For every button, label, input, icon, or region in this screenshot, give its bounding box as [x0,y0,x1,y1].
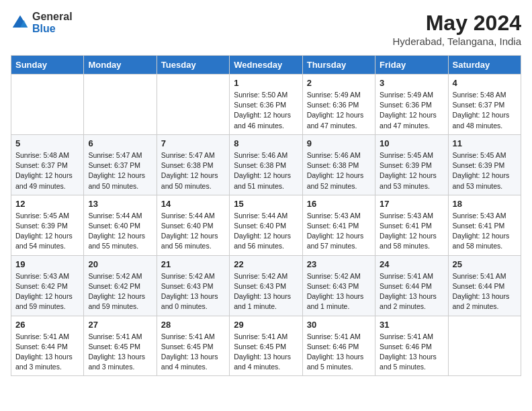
day-number: 14 [161,199,225,209]
day-info: Sunrise: 5:41 AM Sunset: 6:45 PM Dayligh… [88,332,152,373]
logo-icon [11,13,30,32]
day-number: 16 [307,199,371,209]
day-number: 29 [234,320,298,330]
day-info: Sunrise: 5:47 AM Sunset: 6:37 PM Dayligh… [88,150,152,191]
calendar-cell: 1Sunrise: 5:50 AM Sunset: 6:36 PM Daylig… [230,75,302,135]
day-number: 30 [307,320,371,330]
day-info: Sunrise: 5:49 AM Sunset: 6:36 PM Dayligh… [307,90,371,131]
day-number: 26 [15,320,79,330]
title-block: May 2024 Hyderabad, Telangana, India [392,11,521,47]
day-info: Sunrise: 5:42 AM Sunset: 6:42 PM Dayligh… [88,271,152,312]
weekday-header-tuesday: Tuesday [157,56,229,75]
day-number: 6 [88,138,152,148]
calendar-cell [84,75,157,135]
day-number: 24 [380,259,443,269]
day-number: 18 [453,199,517,209]
day-info: Sunrise: 5:45 AM Sunset: 6:39 PM Dayligh… [15,211,79,252]
day-number: 15 [234,199,298,209]
calendar-cell: 25Sunrise: 5:41 AM Sunset: 6:44 PM Dayli… [448,255,521,316]
day-number: 2 [307,78,371,88]
weekday-header-wednesday: Wednesday [230,56,302,75]
day-info: Sunrise: 5:45 AM Sunset: 6:39 PM Dayligh… [453,150,517,191]
weekday-header-saturday: Saturday [448,56,521,75]
title-month: May 2024 [392,11,521,36]
day-info: Sunrise: 5:43 AM Sunset: 6:41 PM Dayligh… [380,211,443,252]
day-info: Sunrise: 5:47 AM Sunset: 6:38 PM Dayligh… [161,150,225,191]
day-number: 11 [453,138,517,148]
calendar-cell: 4Sunrise: 5:48 AM Sunset: 6:37 PM Daylig… [448,75,521,135]
logo-blue-text: Blue [32,23,73,35]
day-number: 1 [234,78,298,88]
calendar-cell: 3Sunrise: 5:49 AM Sunset: 6:36 PM Daylig… [375,75,448,135]
calendar-week-row: 12Sunrise: 5:45 AM Sunset: 6:39 PM Dayli… [11,195,521,255]
calendar-header-row: SundayMondayTuesdayWednesdayThursdayFrid… [11,56,521,75]
day-number: 25 [453,259,517,269]
weekday-header-thursday: Thursday [302,56,375,75]
calendar-week-row: 19Sunrise: 5:43 AM Sunset: 6:42 PM Dayli… [11,255,521,316]
page-header: General Blue May 2024 Hyderabad, Telanga… [11,11,521,47]
day-info: Sunrise: 5:42 AM Sunset: 6:43 PM Dayligh… [161,271,225,312]
calendar-cell: 5Sunrise: 5:48 AM Sunset: 6:37 PM Daylig… [11,134,84,195]
day-info: Sunrise: 5:44 AM Sunset: 6:40 PM Dayligh… [88,211,152,252]
calendar-cell: 20Sunrise: 5:42 AM Sunset: 6:42 PM Dayli… [84,255,157,316]
day-info: Sunrise: 5:41 AM Sunset: 6:44 PM Dayligh… [380,271,443,312]
calendar-cell: 2Sunrise: 5:49 AM Sunset: 6:36 PM Daylig… [302,75,375,135]
calendar-cell [448,316,521,376]
day-info: Sunrise: 5:41 AM Sunset: 6:45 PM Dayligh… [161,332,225,373]
calendar-cell: 17Sunrise: 5:43 AM Sunset: 6:41 PM Dayli… [375,195,448,255]
day-info: Sunrise: 5:42 AM Sunset: 6:43 PM Dayligh… [234,271,298,312]
calendar-cell: 14Sunrise: 5:44 AM Sunset: 6:40 PM Dayli… [157,195,229,255]
day-info: Sunrise: 5:42 AM Sunset: 6:43 PM Dayligh… [307,271,371,312]
day-info: Sunrise: 5:41 AM Sunset: 6:45 PM Dayligh… [234,332,298,373]
day-info: Sunrise: 5:44 AM Sunset: 6:40 PM Dayligh… [234,211,298,252]
day-info: Sunrise: 5:45 AM Sunset: 6:39 PM Dayligh… [380,150,443,191]
day-number: 27 [88,320,152,330]
calendar-cell: 10Sunrise: 5:45 AM Sunset: 6:39 PM Dayli… [375,134,448,195]
day-number: 8 [234,138,298,148]
calendar-cell: 11Sunrise: 5:45 AM Sunset: 6:39 PM Dayli… [448,134,521,195]
calendar-cell: 22Sunrise: 5:42 AM Sunset: 6:43 PM Dayli… [230,255,302,316]
day-number: 17 [380,199,443,209]
day-info: Sunrise: 5:41 AM Sunset: 6:44 PM Dayligh… [453,271,517,312]
calendar-cell: 24Sunrise: 5:41 AM Sunset: 6:44 PM Dayli… [375,255,448,316]
day-info: Sunrise: 5:43 AM Sunset: 6:42 PM Dayligh… [15,271,79,312]
day-number: 20 [88,259,152,269]
weekday-header-monday: Monday [84,56,157,75]
day-number: 19 [15,259,79,269]
calendar-cell: 23Sunrise: 5:42 AM Sunset: 6:43 PM Dayli… [302,255,375,316]
day-number: 10 [380,138,443,148]
calendar-cell: 16Sunrise: 5:43 AM Sunset: 6:41 PM Dayli… [302,195,375,255]
calendar-cell: 8Sunrise: 5:46 AM Sunset: 6:38 PM Daylig… [230,134,302,195]
calendar-cell: 30Sunrise: 5:41 AM Sunset: 6:46 PM Dayli… [302,316,375,376]
day-info: Sunrise: 5:41 AM Sunset: 6:46 PM Dayligh… [307,332,371,373]
logo: General Blue [11,11,73,34]
calendar-cell: 15Sunrise: 5:44 AM Sunset: 6:40 PM Dayli… [230,195,302,255]
calendar-cell: 18Sunrise: 5:43 AM Sunset: 6:41 PM Dayli… [448,195,521,255]
day-number: 28 [161,320,225,330]
day-number: 4 [453,78,517,88]
calendar-cell: 28Sunrise: 5:41 AM Sunset: 6:45 PM Dayli… [157,316,229,376]
day-info: Sunrise: 5:41 AM Sunset: 6:44 PM Dayligh… [15,332,79,373]
day-number: 23 [307,259,371,269]
calendar-week-row: 26Sunrise: 5:41 AM Sunset: 6:44 PM Dayli… [11,316,521,376]
calendar-cell: 6Sunrise: 5:47 AM Sunset: 6:37 PM Daylig… [84,134,157,195]
calendar-cell: 27Sunrise: 5:41 AM Sunset: 6:45 PM Dayli… [84,316,157,376]
day-number: 31 [380,320,443,330]
calendar-cell: 19Sunrise: 5:43 AM Sunset: 6:42 PM Dayli… [11,255,84,316]
logo-text: General Blue [32,11,73,34]
calendar-cell: 7Sunrise: 5:47 AM Sunset: 6:38 PM Daylig… [157,134,229,195]
day-number: 7 [161,138,225,148]
day-number: 13 [88,199,152,209]
calendar-week-row: 5Sunrise: 5:48 AM Sunset: 6:37 PM Daylig… [11,134,521,195]
title-location: Hyderabad, Telangana, India [392,36,521,47]
calendar-cell: 12Sunrise: 5:45 AM Sunset: 6:39 PM Dayli… [11,195,84,255]
weekday-header-friday: Friday [375,56,448,75]
day-number: 22 [234,259,298,269]
calendar-cell: 31Sunrise: 5:41 AM Sunset: 6:46 PM Dayli… [375,316,448,376]
day-number: 21 [161,259,225,269]
calendar-cell [11,75,84,135]
calendar-week-row: 1Sunrise: 5:50 AM Sunset: 6:36 PM Daylig… [11,75,521,135]
calendar-cell: 29Sunrise: 5:41 AM Sunset: 6:45 PM Dayli… [230,316,302,376]
day-number: 3 [380,78,443,88]
day-number: 9 [307,138,371,148]
